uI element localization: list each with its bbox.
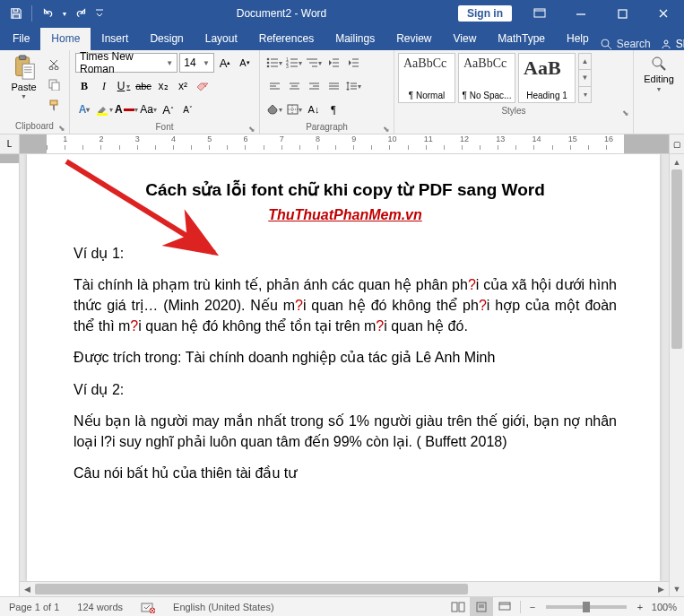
copy-icon[interactable] [44, 75, 64, 93]
tab-insert[interactable]: Insert [91, 28, 139, 50]
status-words[interactable]: 124 words [68, 597, 132, 616]
share-button[interactable]: Share [660, 38, 684, 50]
sign-in-button[interactable]: Sign in [458, 5, 512, 22]
ruler-toggle-icon[interactable]: ▢ [670, 134, 684, 154]
strike-button[interactable]: abc [134, 76, 152, 96]
tab-selector-icon[interactable]: L [0, 134, 19, 154]
shrink-font2-icon[interactable]: A˅ [179, 100, 197, 119]
shading-icon[interactable]: ▾ [265, 100, 283, 119]
vertical-ruler[interactable] [0, 154, 19, 596]
grow-font-icon[interactable]: A▴ [216, 53, 234, 73]
italic-button[interactable]: I [95, 76, 113, 96]
increase-indent-icon[interactable] [344, 53, 362, 73]
tab-layout[interactable]: Layout [195, 28, 248, 50]
zoom-slider[interactable] [546, 605, 627, 609]
ribbon-display-icon[interactable] [519, 0, 560, 27]
hscroll-right-icon[interactable]: ▶ [654, 582, 669, 596]
zoom-level[interactable]: 100% [648, 602, 684, 612]
font-color-icon[interactable]: A▾ [115, 100, 138, 119]
clear-format-icon[interactable] [194, 76, 212, 96]
borders-icon[interactable]: ▾ [285, 100, 303, 119]
editing-icon[interactable] [651, 56, 667, 72]
undo-icon[interactable] [37, 3, 58, 24]
numbering-icon[interactable]: 123▾ [285, 53, 303, 73]
tab-mailings[interactable]: Mailings [325, 28, 385, 50]
styles-more-icon[interactable]: ▾ [579, 87, 591, 102]
close-icon[interactable] [643, 0, 684, 27]
view-print-icon[interactable] [470, 597, 493, 617]
show-marks-icon[interactable]: ¶ [325, 100, 342, 119]
vscroll-track[interactable] [670, 169, 684, 581]
styles-down-icon[interactable]: ▼ [579, 70, 591, 86]
status-language[interactable]: English (United States) [164, 597, 283, 616]
font-size-dropdown[interactable]: 14▼ [179, 53, 214, 73]
paragraph-launcher-icon[interactable]: ⬊ [380, 122, 392, 134]
view-web-icon[interactable] [493, 597, 516, 617]
line-spacing-icon[interactable]: ▾ [344, 76, 362, 96]
bold-button[interactable]: B [75, 76, 93, 96]
horizontal-ruler[interactable]: 1 2 3 4 5 6 7 8 9 10 11 12 13 14 15 16 [20, 134, 669, 154]
change-case-button[interactable]: Aa▾ [140, 100, 158, 119]
font-launcher-icon[interactable]: ⬊ [246, 122, 257, 134]
search-box[interactable]: Search [600, 38, 651, 50]
format-painter-icon[interactable] [44, 96, 64, 114]
styles-up-icon[interactable]: ▲ [579, 54, 591, 70]
editing-label[interactable]: Editing [644, 74, 674, 84]
styles-gallery-scroll[interactable]: ▲ ▼ ▾ [578, 53, 592, 103]
tab-home[interactable]: Home [40, 28, 91, 50]
decrease-indent-icon[interactable] [325, 53, 342, 73]
tab-help[interactable]: Help [556, 28, 600, 50]
tab-references[interactable]: References [248, 28, 325, 50]
redo-icon[interactable] [71, 3, 92, 24]
document-page[interactable]: Cách sửa lỗi font chữ khi copy từ PDF sa… [27, 154, 660, 581]
paste-more-icon[interactable]: ▼ [21, 93, 27, 100]
vscroll-up-icon[interactable]: ▲ [670, 154, 684, 169]
text-effects-icon[interactable]: A▾ [75, 100, 93, 119]
underline-button[interactable]: U▾ [115, 76, 133, 96]
hscroll-thumb[interactable] [35, 584, 468, 594]
clipboard-launcher-icon[interactable]: ⬊ [56, 121, 67, 133]
style-no-spacing[interactable]: AaBbCc ¶ No Spac... [458, 53, 515, 103]
view-read-icon[interactable] [446, 597, 470, 617]
tab-file[interactable]: File [2, 28, 40, 50]
status-proof-icon[interactable] [132, 597, 164, 616]
subscript-button[interactable]: x₂ [154, 76, 172, 96]
align-center-icon[interactable] [285, 76, 303, 96]
tab-review[interactable]: Review [385, 28, 442, 50]
qat-customize-icon[interactable] [94, 3, 105, 24]
font-name-dropdown[interactable]: Times New Roman▼ [75, 53, 177, 73]
hscroll-track[interactable] [35, 582, 654, 596]
bullets-icon[interactable]: ▾ [265, 53, 283, 73]
hscroll-left-icon[interactable]: ◀ [20, 582, 35, 596]
paste-icon[interactable] [11, 54, 38, 81]
tab-view[interactable]: View [443, 28, 488, 50]
style-heading1[interactable]: AaB Heading 1 [518, 53, 576, 103]
zoom-out-icon[interactable]: − [524, 597, 541, 617]
sort-icon[interactable]: A↓ [305, 100, 323, 119]
vscroll-down-icon[interactable]: ▼ [670, 581, 684, 596]
minimize-icon[interactable] [560, 0, 602, 27]
vscroll-thumb[interactable] [671, 169, 682, 349]
superscript-button[interactable]: x² [174, 76, 192, 96]
cut-icon[interactable] [44, 55, 64, 73]
paragraph-group-label: Paragraph [306, 122, 348, 132]
editing-more-icon[interactable]: ▼ [656, 86, 662, 92]
highlight-icon[interactable]: ▾ [95, 100, 113, 119]
grow-font2-icon[interactable]: A˄ [160, 100, 177, 119]
zoom-in-icon[interactable]: + [632, 597, 648, 617]
undo-more-icon[interactable]: ▼ [60, 3, 69, 24]
shrink-font-icon[interactable]: A▾ [236, 53, 254, 73]
maximize-icon[interactable] [602, 0, 643, 27]
status-page[interactable]: Page 1 of 1 [0, 597, 68, 616]
tab-mathtype[interactable]: MathType [487, 28, 556, 50]
justify-icon[interactable] [325, 76, 342, 96]
paste-label[interactable]: Paste [11, 82, 36, 92]
style-normal[interactable]: AaBbCc ¶ Normal [398, 53, 455, 103]
multilevel-icon[interactable]: ▾ [305, 53, 323, 73]
align-right-icon[interactable] [305, 76, 323, 96]
styles-launcher-icon[interactable]: ⬊ [619, 106, 631, 117]
svg-point-23 [267, 65, 270, 68]
tab-design[interactable]: Design [139, 28, 194, 50]
save-icon[interactable] [5, 3, 27, 24]
align-left-icon[interactable] [265, 76, 283, 96]
